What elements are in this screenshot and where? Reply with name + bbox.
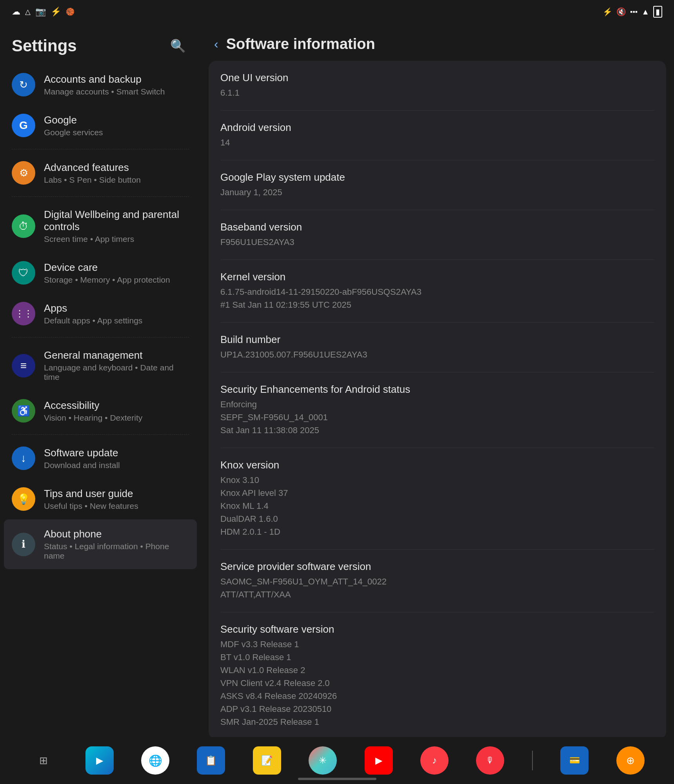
search-button[interactable]: 🔍 (167, 35, 189, 56)
device-care-title: Device care (44, 261, 189, 274)
settings-panel: Settings 🔍 ↻ Accounts and backup Manage … (0, 24, 201, 737)
accessibility-subtitle: Vision • Hearing • Dexterity (44, 413, 189, 423)
google-icon: G (12, 114, 35, 137)
accessibility-item-text: Accessibility Vision • Hearing • Dexteri… (44, 399, 189, 423)
advanced-icon: ⚙ (12, 161, 35, 185)
nav-youtube[interactable]: ▶ (365, 746, 393, 775)
build-value: UP1A.231005.007.F956U1UES2AYA3 (220, 348, 654, 361)
info-item-oneui: One UI version 6.1.1 (220, 61, 654, 111)
mail-icon: △ (25, 7, 31, 16)
settings-list: ↻ Accounts and backup Manage accounts • … (0, 64, 201, 737)
signal-icon: ▪▪▪ (630, 8, 638, 16)
wifi-icon: ▲ (641, 7, 649, 16)
advanced-title: Advanced features (44, 162, 189, 174)
status-bar-left: ☁ △ 📷 ⚡ 🏀 (12, 7, 74, 17)
google-title: Google (44, 114, 189, 126)
settings-item-advanced[interactable]: ⚙ Advanced features Labs • S Pen • Side … (4, 152, 197, 193)
settings-item-tips[interactable]: 💡 Tips and user guide Useful tips • New … (4, 479, 197, 519)
tips-icon: 💡 (12, 487, 35, 511)
advanced-item-text: Advanced features Labs • S Pen • Side bu… (44, 162, 189, 185)
wellbeing-subtitle: Screen time • App timers (44, 234, 189, 244)
settings-item-about[interactable]: ℹ About phone Status • Legal information… (4, 519, 197, 569)
software-update-subtitle: Download and install (44, 461, 189, 470)
settings-item-general[interactable]: ≡ General management Language and keyboa… (4, 341, 197, 390)
settings-item-google[interactable]: G Google Google services (4, 105, 197, 146)
nav-play-store[interactable]: ▶ (85, 746, 114, 775)
settings-item-accessibility[interactable]: ♿ Accessibility Vision • Hearing • Dexte… (4, 390, 197, 431)
info-item-knox: Knox version Knox 3.10 Knox API level 37… (220, 448, 654, 550)
nav-vpn[interactable]: ⊕ (616, 746, 645, 775)
nav-music[interactable]: ♪ (420, 746, 449, 775)
oneui-label: One UI version (220, 72, 654, 84)
general-icon: ≡ (12, 354, 35, 377)
gplay-value: January 1, 2025 (220, 186, 654, 199)
nav-podcast[interactable]: 🎙 (476, 746, 504, 775)
knox-label: Knox version (220, 459, 654, 471)
about-icon: ℹ (12, 533, 35, 556)
about-item-text: About phone Status • Legal information •… (44, 528, 189, 561)
software-content: One UI version 6.1.1 Android version 14 … (201, 61, 674, 737)
about-subtitle: Status • Legal information • Phone name (44, 542, 189, 561)
security-software-label: Security software version (220, 623, 654, 635)
device-care-item-text: Device care Storage • Memory • App prote… (44, 261, 189, 285)
status-bar: ☁ △ 📷 ⚡ 🏀 ⚡ 🔇 ▪▪▪ ▲ ▮ (0, 0, 674, 24)
divider-1 (12, 149, 189, 149)
software-update-icon: ↓ (12, 446, 35, 470)
tips-item-text: Tips and user guide Useful tips • New fe… (44, 488, 189, 511)
about-title: About phone (44, 528, 189, 540)
software-panel: ‹ Software information One UI version 6.… (201, 24, 674, 737)
divider-2 (12, 196, 189, 197)
info-item-security-software: Security software version MDF v3.3 Relea… (220, 612, 654, 737)
info-item-baseband: Baseband version F956U1UES2AYA3 (220, 210, 654, 260)
android-value: 14 (220, 136, 654, 149)
settings-item-accounts[interactable]: ↻ Accounts and backup Manage accounts • … (4, 64, 197, 105)
knox-value: Knox 3.10 Knox API level 37 Knox ML 1.4 … (220, 474, 654, 538)
nav-samsung-notes[interactable]: 📋 (197, 746, 225, 775)
nav-app-drawer[interactable]: ⊞ (29, 746, 58, 775)
accounts-item-text: Accounts and backup Manage accounts • Sm… (44, 73, 189, 96)
oneui-value: 6.1.1 (220, 86, 654, 99)
device-care-subtitle: Storage • Memory • App protection (44, 275, 189, 285)
nav-notes[interactable]: 📝 (253, 746, 281, 775)
software-header: ‹ Software information (201, 24, 674, 61)
app-icon-2: 🏀 (66, 7, 74, 16)
back-button[interactable]: ‹ (213, 35, 220, 53)
settings-item-wellbeing[interactable]: ⏱ Digital Wellbeing and parental control… (4, 200, 197, 252)
main-container: Settings 🔍 ↻ Accounts and backup Manage … (0, 24, 674, 737)
apps-icon: ⋮⋮ (12, 302, 35, 325)
app-icon-1: ⚡ (51, 7, 61, 17)
google-subtitle: Google services (44, 128, 189, 137)
settings-item-software-update[interactable]: ↓ Software update Download and install (4, 438, 197, 479)
nav-pinwheel[interactable]: ✳ (309, 746, 337, 775)
info-item-security-status: Security Enhancements for Android status… (220, 372, 654, 448)
accounts-subtitle: Manage accounts • Smart Switch (44, 87, 189, 96)
accounts-icon: ↻ (12, 73, 35, 96)
apps-item-text: Apps Default apps • App settings (44, 302, 189, 325)
gplay-label: Google Play system update (220, 171, 654, 183)
software-update-item-text: Software update Download and install (44, 447, 189, 470)
nav-samsung-wallet[interactable]: 💳 (560, 746, 589, 775)
wellbeing-title: Digital Wellbeing and parental controls (44, 209, 189, 233)
settings-title: Settings (12, 36, 77, 55)
tips-subtitle: Useful tips • New features (44, 501, 189, 511)
kernel-value: 6.1.75-android14-11-29150220-abF956USQS2… (220, 285, 654, 311)
info-item-android: Android version 14 (220, 111, 654, 160)
security-status-label: Security Enhancements for Android status (220, 383, 654, 396)
settings-item-apps[interactable]: ⋮⋮ Apps Default apps • App settings (4, 293, 197, 334)
settings-item-device-care[interactable]: 🛡 Device care Storage • Memory • App pro… (4, 252, 197, 293)
info-item-kernel: Kernel version 6.1.75-android14-11-29150… (220, 260, 654, 323)
bottom-nav: ⊞ ▶ 🌐 📋 📝 ✳ ▶ ♪ 🎙 💳 ⊕ (0, 737, 674, 784)
nav-chrome[interactable]: 🌐 (141, 746, 169, 775)
advanced-subtitle: Labs • S Pen • Side button (44, 175, 189, 185)
build-label: Build number (220, 334, 654, 346)
instagram-icon: 📷 (35, 7, 46, 17)
baseband-label: Baseband version (220, 221, 654, 233)
info-item-build: Build number UP1A.231005.007.F956U1UES2A… (220, 323, 654, 372)
android-label: Android version (220, 122, 654, 134)
wellbeing-item-text: Digital Wellbeing and parental controls … (44, 209, 189, 244)
mute-icon: 🔇 (616, 7, 626, 16)
cloud-icon: ☁ (12, 7, 20, 17)
nav-divider (532, 751, 533, 770)
battery-icon: ▮ (653, 6, 662, 18)
baseband-value: F956U1UES2AYA3 (220, 236, 654, 249)
